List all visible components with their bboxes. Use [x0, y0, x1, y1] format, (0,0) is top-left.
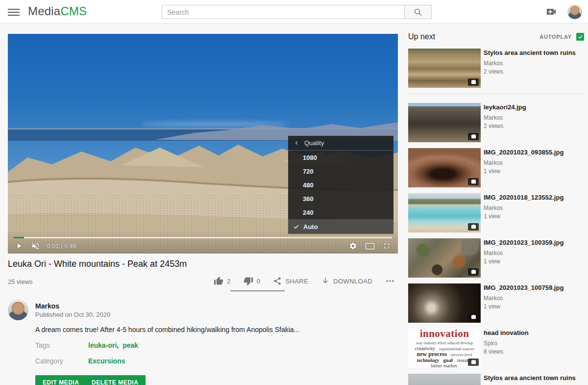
dislike-button[interactable]: 0: [244, 276, 261, 286]
up-next-item[interactable]: IMG_20201018_123552.jpg Markos 1 view: [408, 193, 584, 232]
quality-option-480[interactable]: 480: [288, 178, 393, 192]
quality-option-720[interactable]: 720: [288, 164, 393, 178]
video-title: Leuka Ori - White mountains - Peak at 24…: [8, 259, 351, 269]
download-icon: [321, 277, 330, 285]
play-icon[interactable]: [15, 242, 23, 250]
volume-muted-icon[interactable]: [31, 241, 40, 251]
share-icon: [273, 277, 282, 285]
item-author: Markos: [484, 205, 564, 211]
like-button[interactable]: 2: [214, 276, 231, 286]
thumbnail-img-100759[interactable]: [408, 283, 481, 323]
quality-menu-back[interactable]: Quality: [288, 136, 393, 151]
item-title: IMG_20201018_123552.jpg: [484, 194, 564, 202]
logo[interactable]: MediaCMS: [28, 4, 87, 18]
wordcloud-main-word: innovation: [420, 329, 469, 338]
thumbnail-head-inovation[interactable]: innovation way industry effort reduced d…: [408, 329, 481, 368]
download-button[interactable]: DOWNLOAD: [321, 277, 372, 285]
up-next-item[interactable]: IMG_20201023_100759.jpg Markos 1 view: [408, 283, 584, 323]
logo-media: Media: [28, 4, 60, 18]
autoplay-label: AUTOPLAY: [539, 34, 572, 40]
quality-option-auto[interactable]: Auto: [288, 219, 393, 234]
tag-link-leuka-ori[interactable]: leuka-ori: [88, 341, 117, 349]
settings-gear-icon[interactable]: [349, 242, 357, 250]
fullscreen-icon[interactable]: [383, 242, 391, 250]
chevron-left-icon: [294, 140, 299, 146]
thumbnail-leykaori24[interactable]: [408, 103, 481, 142]
item-title: head inovation: [484, 329, 529, 337]
item-views: 1 view: [484, 168, 564, 175]
autoplay-checkbox[interactable]: [576, 33, 584, 41]
video-player[interactable]: 0:01 / 0:46 Quality 1080 720 480 360 240…: [8, 34, 398, 254]
video-description: A dream comes true! After 4-5 hours of c…: [35, 326, 339, 334]
up-next-item[interactable]: IMG_20201023_100359.jpg Markos 1 view: [408, 238, 584, 278]
thumbs-up-icon: [214, 276, 223, 286]
up-next-item[interactable]: innovation way industry effort reduced d…: [408, 329, 584, 368]
delete-media-button[interactable]: DELETE MEDIA: [84, 375, 146, 385]
thumbnail-img-093855[interactable]: [408, 148, 481, 187]
image-media-badge: [468, 178, 479, 185]
quality-menu-title: Quality: [304, 139, 324, 147]
category-value: Excursions: [88, 357, 125, 365]
author-avatar[interactable]: [8, 300, 28, 320]
logo-cms: CMS: [60, 4, 87, 18]
download-label: DOWNLOAD: [333, 278, 372, 285]
item-title: IMG_20201023_093855.jpg: [484, 149, 564, 156]
theater-mode-icon[interactable]: [365, 242, 375, 250]
upload-media-icon[interactable]: [545, 6, 557, 18]
thumbs-down-icon: [244, 276, 253, 286]
category-link-excursions[interactable]: Excursions: [88, 357, 125, 365]
more-actions-button[interactable]: [385, 276, 395, 286]
up-next-item[interactable]: leykaori24.jpg Markos 2 views: [408, 103, 584, 142]
up-next-item[interactable]: IMG_20201023_093855.jpg Markos 1 view: [408, 148, 584, 187]
tag-separator: ,: [117, 341, 119, 349]
view-count: 25 views: [8, 278, 33, 285]
tag-link-peak[interactable]: peak: [122, 341, 138, 349]
item-author: Markos: [484, 114, 526, 121]
up-next-item[interactable]: Stylos area ancient town ruins Markos 2 …: [408, 49, 584, 88]
camera-icon: [471, 134, 476, 139]
action-bar: 2 0 SHARE DOWNLOAD: [230, 274, 395, 288]
search-button[interactable]: [404, 5, 432, 19]
quality-option-240[interactable]: 240: [288, 205, 393, 219]
thumbnail-img-100359[interactable]: [408, 238, 481, 278]
share-button[interactable]: SHARE: [273, 277, 308, 285]
image-media-badge: [468, 359, 479, 366]
item-author: Markos: [484, 295, 564, 302]
camera-icon: [471, 79, 476, 85]
thumbnail-stylos-ruins[interactable]: [408, 49, 481, 88]
edit-media-button[interactable]: EDIT MEDIA: [35, 375, 86, 385]
quality-option-360[interactable]: 360: [288, 192, 393, 205]
thumbnail-stylos-ruins-2[interactable]: [408, 374, 481, 385]
item-views: 2 views: [484, 123, 526, 129]
image-media-badge: [468, 78, 479, 86]
check-icon: [578, 34, 583, 40]
tags-list: leuka-ori,peak: [88, 341, 138, 349]
tags-label: Tags: [35, 341, 50, 349]
quality-option-1080[interactable]: 1080: [288, 151, 393, 164]
author-name[interactable]: Markos: [35, 302, 59, 310]
item-title: Stylos area ancient town ruins: [484, 374, 576, 382]
item-views: 2 views: [484, 68, 576, 75]
up-next-title: Up next: [408, 32, 435, 41]
item-views: 1 view: [484, 303, 564, 310]
up-next-sidebar: Up next AUTOPLAY Stylos area ancient tow…: [408, 30, 584, 385]
item-author: Markos: [484, 250, 564, 257]
image-media-badge: [468, 133, 479, 140]
item-views: 8 views: [484, 348, 529, 355]
search-icon: [414, 8, 422, 17]
item-author: Markos: [484, 60, 576, 67]
share-label: SHARE: [285, 278, 308, 285]
category-label: Category: [35, 357, 63, 365]
top-bar: MediaCMS: [0, 0, 588, 24]
item-author: Spiro: [484, 340, 529, 347]
menu-icon[interactable]: [8, 7, 20, 17]
dislike-count: 0: [257, 278, 261, 285]
camera-icon: [471, 179, 476, 184]
quality-menu: Quality 1080 720 480 360 240 Auto: [288, 136, 393, 234]
search-input[interactable]: [162, 5, 405, 19]
user-avatar[interactable]: [567, 4, 582, 19]
item-views: 1 view: [484, 213, 564, 220]
image-media-badge: [468, 313, 479, 321]
up-next-item[interactable]: Stylos area ancient town ruins: [408, 374, 584, 385]
thumbnail-img-123552[interactable]: [408, 193, 481, 232]
